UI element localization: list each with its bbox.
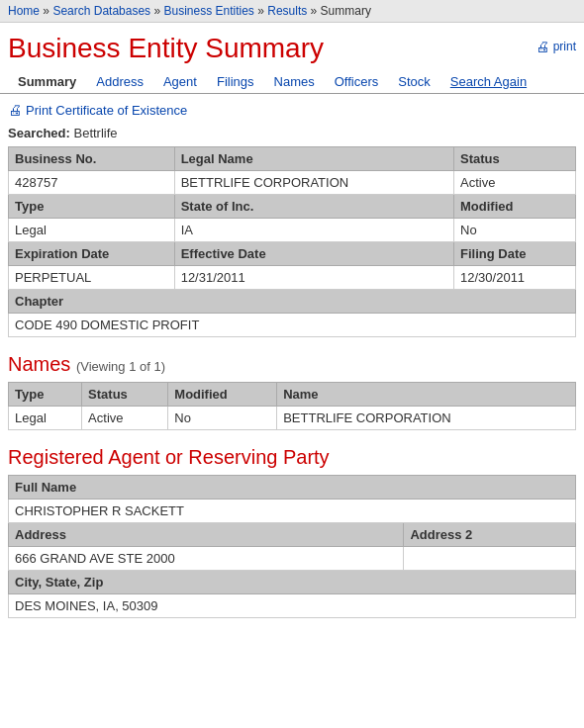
agent-section-title: Registered Agent or Reserving Party	[8, 446, 576, 469]
agent-header-address: Address Address 2	[9, 523, 576, 547]
col-header-legal-name: Legal Name	[174, 147, 453, 171]
summary-data-row-4: CODE 490 DOMESTIC PROFIT	[9, 314, 576, 337]
tab-search-again[interactable]: Search Again	[440, 70, 536, 93]
breadcrumb-business-entities[interactable]: Business Entities	[163, 4, 253, 18]
breadcrumb-home[interactable]: Home	[8, 4, 40, 18]
names-section-title: Names (Viewing 1 of 1)	[8, 353, 576, 376]
summary-header-row-3: Expiration Date Effective Date Filing Da…	[9, 242, 576, 266]
col-header-chapter: Chapter	[9, 290, 576, 314]
names-header-row: Type Status Modified Name	[9, 383, 576, 407]
agent-cell-city-state-zip: DES MOINES, IA, 50309	[9, 594, 576, 618]
names-col-name: Name	[277, 383, 576, 407]
agent-data-fullname: CHRISTOPHER R SACKETT	[9, 500, 576, 523]
breadcrumb-current: Summary	[321, 4, 371, 18]
names-table: Type Status Modified Name Legal Active N…	[8, 382, 576, 430]
agent-cell-address2	[404, 547, 576, 571]
names-data-row: Legal Active No BETTRLIFE CORPORATION	[9, 407, 576, 430]
tab-officers[interactable]: Officers	[325, 70, 389, 93]
print-certificate-link[interactable]: 🖨 Print Certificate of Existence	[8, 102, 576, 118]
agent-col-city-state-zip: City, State, Zip	[9, 571, 576, 594]
print-link[interactable]: 🖨 print	[535, 39, 576, 54]
agent-col-address: Address	[9, 523, 404, 547]
summary-header-row-1: Business No. Legal Name Status	[9, 147, 576, 171]
searched-prefix: Searched:	[8, 126, 70, 140]
col-header-filing-date: Filing Date	[454, 242, 576, 266]
print-cert-label: Print Certificate of Existence	[26, 103, 187, 118]
cell-legal-name: BETTRLIFE CORPORATION	[174, 171, 453, 195]
agent-table: Full Name CHRISTOPHER R SACKETT Address …	[8, 475, 576, 618]
print-cert-icon: 🖨	[8, 102, 22, 118]
col-header-status: Status	[454, 147, 576, 171]
cell-expiration-date: PERPETUAL	[9, 266, 175, 290]
cell-state-of-inc: IA	[174, 219, 453, 242]
agent-cell-fullname: CHRISTOPHER R SACKETT	[9, 500, 576, 523]
tab-summary[interactable]: Summary	[8, 70, 86, 93]
agent-data-address: 666 GRAND AVE STE 2000	[9, 547, 576, 571]
col-header-effective-date: Effective Date	[174, 242, 453, 266]
main-content: 🖨 Print Certificate of Existence Searche…	[0, 94, 584, 626]
summary-data-row-1: 428757 BETTRLIFE CORPORATION Active	[9, 171, 576, 195]
page-header: Business Entity Summary 🖨 print	[0, 23, 584, 68]
cell-filing-date: 12/30/2011	[454, 266, 576, 290]
searched-label: Searched: Bettrlife	[8, 126, 576, 140]
breadcrumb: Home » Search Databases » Business Entit…	[0, 0, 584, 23]
names-cell-status: Active	[82, 407, 168, 430]
names-col-modified: Modified	[168, 383, 277, 407]
cell-business-no: 428757	[9, 171, 175, 195]
cell-effective-date: 12/31/2011	[174, 266, 453, 290]
print-label: print	[553, 40, 576, 53]
searched-value: Bettrlife	[74, 126, 118, 140]
cell-status: Active	[454, 171, 576, 195]
cell-chapter: CODE 490 DOMESTIC PROFIT	[9, 314, 576, 337]
tab-names[interactable]: Names	[264, 70, 325, 93]
summary-table: Business No. Legal Name Status 428757 BE…	[8, 146, 576, 337]
names-cell-name: BETTRLIFE CORPORATION	[277, 407, 576, 430]
names-cell-modified: No	[168, 407, 277, 430]
col-header-type: Type	[9, 195, 175, 219]
nav-tabs: Summary Address Agent Filings Names Offi…	[0, 68, 584, 94]
agent-col-address2: Address 2	[404, 523, 576, 547]
agent-header-fullname: Full Name	[9, 476, 576, 500]
col-header-business-no: Business No.	[9, 147, 175, 171]
agent-col-fullname: Full Name	[9, 476, 576, 500]
breadcrumb-results[interactable]: Results	[267, 4, 307, 18]
names-col-status: Status	[82, 383, 168, 407]
tab-filings[interactable]: Filings	[207, 70, 264, 93]
names-col-type: Type	[9, 383, 82, 407]
col-header-expiration-date: Expiration Date	[9, 242, 175, 266]
names-subtitle: (Viewing 1 of 1)	[76, 359, 165, 374]
agent-header-city-state-zip: City, State, Zip	[9, 571, 576, 594]
cell-type: Legal	[9, 219, 175, 242]
summary-data-row-3: PERPETUAL 12/31/2011 12/30/2011	[9, 266, 576, 290]
summary-header-row-4: Chapter	[9, 290, 576, 314]
page-title: Business Entity Summary	[8, 33, 324, 64]
col-header-state-of-inc: State of Inc.	[174, 195, 453, 219]
breadcrumb-search-databases[interactable]: Search Databases	[52, 4, 150, 18]
cell-modified: No	[454, 219, 576, 242]
agent-data-city-state-zip: DES MOINES, IA, 50309	[9, 594, 576, 618]
agent-cell-address: 666 GRAND AVE STE 2000	[9, 547, 404, 571]
names-cell-type: Legal	[9, 407, 82, 430]
col-header-modified: Modified	[454, 195, 576, 219]
tab-stock[interactable]: Stock	[388, 70, 440, 93]
printer-icon: 🖨	[535, 39, 549, 54]
tab-address[interactable]: Address	[86, 70, 153, 93]
summary-header-row-2: Type State of Inc. Modified	[9, 195, 576, 219]
tab-agent[interactable]: Agent	[153, 70, 207, 93]
summary-data-row-2: Legal IA No	[9, 219, 576, 242]
